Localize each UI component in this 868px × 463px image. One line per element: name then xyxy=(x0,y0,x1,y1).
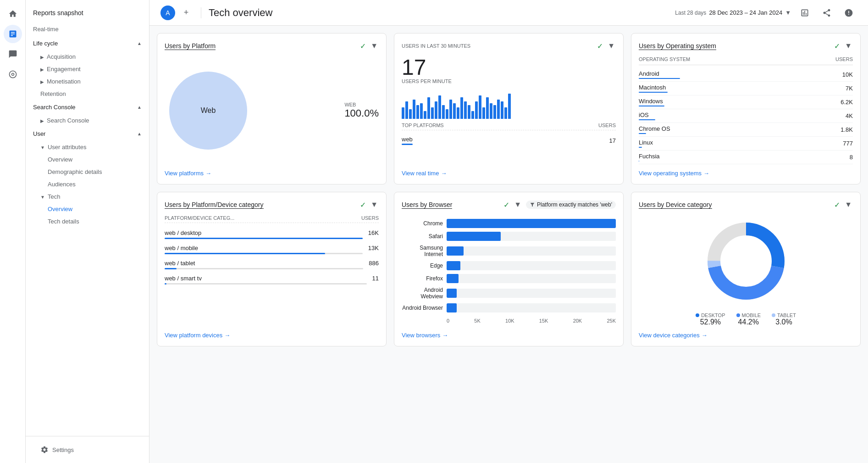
top-platforms-header: TOP PLATFORMS USERS xyxy=(402,123,616,130)
user-overview-link[interactable]: Overview xyxy=(26,153,149,166)
x-axis-label: 15K xyxy=(539,318,548,324)
pd-row: web / smart tv 11 xyxy=(165,272,379,287)
more-options-button[interactable] xyxy=(840,5,857,21)
content-area: Users by Platform ✓ ▼ Web xyxy=(149,26,868,463)
browser-row: Safari xyxy=(402,232,616,241)
reports-snapshot-link[interactable]: Reports snapshot xyxy=(26,4,149,22)
check-icon: ✓ xyxy=(360,42,366,50)
card-dc-title: Users by Device category xyxy=(639,201,712,209)
platform-dropdown-btn[interactable]: ▼ xyxy=(370,41,379,51)
os-row: Windows 6.2K xyxy=(639,95,853,109)
compare-button[interactable] xyxy=(796,5,813,21)
arrow-right-icon-os: → xyxy=(703,170,709,177)
chat-icon[interactable] xyxy=(4,45,22,63)
card-dc-header: Users by Device category ✓ ▼ xyxy=(639,200,853,210)
browser-row: Samsung Internet xyxy=(402,245,616,257)
top-platforms-label: TOP PLATFORMS xyxy=(402,123,444,128)
header-right: Last 28 days 28 Dec 2023 – 24 Jan 2024 ▼ xyxy=(675,5,857,21)
tablet-value: 3.0% xyxy=(775,318,792,326)
dc-dropdown-btn[interactable]: ▼ xyxy=(844,200,853,210)
target-icon[interactable] xyxy=(4,65,22,84)
card-realtime-title: USERS IN LAST 30 MINUTES xyxy=(402,43,470,49)
pd-users-label: USERS xyxy=(361,215,379,221)
monetisation-link[interactable]: ▶Monetisation xyxy=(26,75,149,88)
tech-overview-link[interactable]: Overview xyxy=(26,203,149,215)
card-platform: Users by Platform ✓ ▼ Web xyxy=(157,33,387,184)
view-real-time-link[interactable]: View real time → xyxy=(402,164,616,177)
browser-row: Chrome xyxy=(402,219,616,228)
add-button[interactable]: + xyxy=(179,6,194,20)
nav-sidebar: Reports snapshot Real-time Life cycle ▲ … xyxy=(26,0,149,463)
user-attributes-item[interactable]: ▼User attributes xyxy=(26,141,149,153)
search-console-header[interactable]: Search Console ▲ xyxy=(26,100,149,114)
view-device-categories-link[interactable]: View device categories → xyxy=(639,326,853,339)
card-pd-actions: ✓ ▼ xyxy=(360,200,379,210)
retention-link[interactable]: Retention xyxy=(26,88,149,100)
page-title: Tech overview xyxy=(209,7,675,19)
os-row: Android 10K xyxy=(639,68,853,82)
browser-row: Firefox xyxy=(402,274,616,283)
card-browser-actions: ✓ ▼ Platform exactly matches 'web' xyxy=(503,200,616,210)
browser-dropdown-btn[interactable]: ▼ xyxy=(513,200,522,210)
pd-col-label: PLATFORM/DEVICE CATEG... xyxy=(165,215,234,221)
x-axis-label: 10K xyxy=(505,318,514,324)
engagement-link[interactable]: ▶Engagement xyxy=(26,63,149,75)
arrow-right-icon-browser: → xyxy=(442,332,448,339)
share-button[interactable] xyxy=(818,5,835,21)
check-icon-browser: ✓ xyxy=(503,201,509,209)
tech-details-link[interactable]: Tech details xyxy=(26,215,149,228)
os-row: iOS 4K xyxy=(639,109,853,123)
check-icon-dc: ✓ xyxy=(834,201,840,209)
filter-label: Platform exactly matches 'web' xyxy=(537,201,612,208)
pd-row: web / tablet 886 xyxy=(165,257,379,272)
realtime-dropdown-btn[interactable]: ▼ xyxy=(607,41,616,51)
user-chevron: ▲ xyxy=(137,131,142,136)
mobile-value: 44.2% xyxy=(738,318,759,326)
platform-web-name: web xyxy=(402,136,413,143)
demographic-details-link[interactable]: Demographic details xyxy=(26,166,149,178)
search-console-chevron: ▲ xyxy=(137,105,142,110)
card-realtime-actions: ✓ ▼ xyxy=(597,41,616,51)
arrow-right-icon-rt: → xyxy=(441,170,447,177)
desktop-legend: DESKTOP 52.9% xyxy=(696,312,725,326)
tech-item[interactable]: ▼Tech xyxy=(26,190,149,203)
avatar[interactable]: A xyxy=(160,6,175,20)
analytics-icon[interactable] xyxy=(4,25,22,43)
card-device-category: Users by Device category ✓ ▼ xyxy=(631,192,861,346)
browser-chart: Chrome Safari Samsung Internet Edge Fire… xyxy=(402,219,616,312)
header: A + Tech overview Last 28 days 28 Dec 20… xyxy=(149,0,868,26)
x-axis-label: 5K xyxy=(474,318,480,324)
real-time-link[interactable]: Real-time xyxy=(26,22,149,36)
view-platform-devices-link[interactable]: View platform devices → xyxy=(165,326,379,339)
home-icon[interactable] xyxy=(4,5,22,23)
platform-web-row: web 17 xyxy=(402,134,616,147)
view-platforms-link[interactable]: View platforms → xyxy=(165,164,379,177)
user-header[interactable]: User ▲ xyxy=(26,127,149,141)
card-platform-title: Users by Platform xyxy=(165,42,216,50)
card-pd-title: Users by Platform/Device category xyxy=(165,201,264,209)
check-icon-rt: ✓ xyxy=(597,42,603,50)
os-dropdown-btn[interactable]: ▼ xyxy=(844,41,853,51)
view-os-link[interactable]: View operating systems → xyxy=(639,164,853,177)
card-dc-actions: ✓ ▼ xyxy=(834,200,853,210)
acquisition-link[interactable]: ▶Acquisition xyxy=(26,50,149,63)
check-icon-pd: ✓ xyxy=(360,201,366,209)
donut-container: DESKTOP 52.9% MOBILE 44.2% TABLET 3.0% xyxy=(639,215,853,326)
card-realtime: USERS IN LAST 30 MINUTES ✓ ▼ 17 USERS PE… xyxy=(394,33,624,184)
cards-row-2: Users by Platform/Device category ✓ ▼ PL… xyxy=(157,192,861,346)
date-range-chevron: ▼ xyxy=(785,9,791,16)
life-cycle-header[interactable]: Life cycle ▲ xyxy=(26,36,149,50)
date-range-value: 28 Dec 2023 – 24 Jan 2024 xyxy=(709,9,782,16)
users-per-minute-label: USERS PER MINUTE xyxy=(402,78,616,84)
desktop-value: 52.9% xyxy=(700,318,721,326)
view-browsers-link[interactable]: View browsers → xyxy=(402,326,616,339)
pd-dropdown-btn[interactable]: ▼ xyxy=(370,200,379,210)
audiences-link[interactable]: Audiences xyxy=(26,178,149,190)
date-range-label: Last 28 days xyxy=(675,10,706,16)
settings-link[interactable]: Settings xyxy=(33,442,142,457)
date-range-picker[interactable]: Last 28 days 28 Dec 2023 – 24 Jan 2024 ▼ xyxy=(675,9,791,16)
search-console-item[interactable]: ▶Search Console xyxy=(26,114,149,127)
x-axis-label: 25K xyxy=(607,318,616,324)
header-divider xyxy=(201,7,201,18)
web-label: WEB xyxy=(344,102,379,107)
